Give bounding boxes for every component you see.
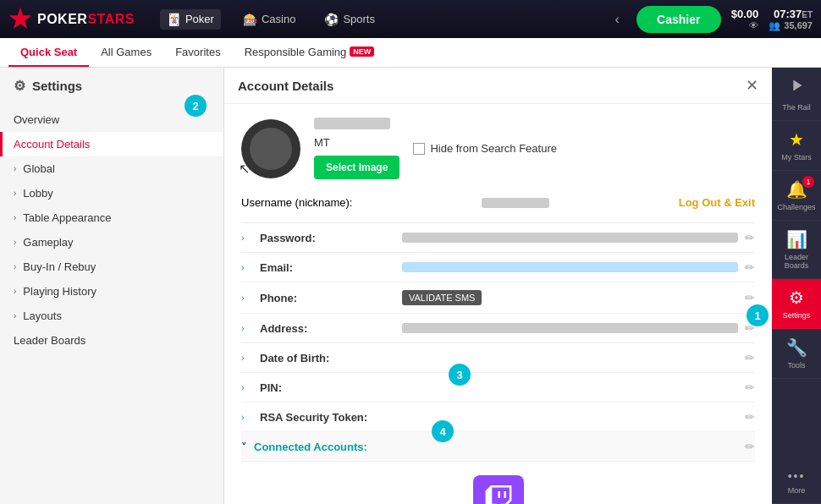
chevron-right-icon: › [14,287,16,296]
timezone: ET [802,10,813,19]
twitch-section: Twitch [241,462,755,504]
nav-quick-seat[interactable]: Quick Seat [8,38,89,67]
time-display: 07:37ET 👥 35,697 [769,8,813,31]
avatar-image [250,128,292,170]
settings-title: Settings [32,79,82,93]
dob-row: › Date of Birth: ✏ [241,343,755,373]
address-value [402,323,738,333]
tutorial-bubble-3[interactable]: 3 [449,364,471,386]
chevron-right-icon[interactable]: › [241,323,253,333]
email-label: Email: [260,261,395,274]
chevron-right-icon: › [14,213,16,222]
rsa-row: › RSA Security Token: ✏ [241,403,755,432]
logo-star-icon [8,8,32,31]
prev-button[interactable]: ‹ [608,8,625,30]
profile-right: MT Select Image [314,118,399,179]
account-body[interactable]: MT Select Image Hide from Search Feature… [224,104,772,504]
menu-leader-boards[interactable]: Leader Boards [0,328,223,353]
nav-poker[interactable]: 🃏 Poker [160,9,221,30]
nav-sports[interactable]: ⚽ Sports [317,9,382,30]
menu-buy-in-rebuy[interactable]: › Buy-In / Rebuy [0,255,223,279]
more-icon: ••• [788,469,806,483]
password-row: › Password: ✏ [241,223,755,253]
tutorial-bubble-4[interactable]: 4 [432,420,454,442]
menu-account-details[interactable]: Account Details [0,132,223,156]
nav-responsible-gaming[interactable]: Responsible Gaming NEW [233,38,387,67]
edit-phone-icon[interactable]: ✏ [745,291,755,304]
top-navigation: POKERSTARS 🃏 Poker 🎰 Casino ⚽ Sports ‹ C… [0,0,821,38]
username-row: Username (nickname): Log Out & Exit [241,193,755,212]
casino-icon: 🎰 [243,13,257,26]
chevron-right-icon: › [14,311,16,320]
eye-icon[interactable]: 👁 [749,20,758,30]
phone-label: Phone: [260,292,395,304]
password-value [402,233,738,243]
sidebar-item-my-stars[interactable]: ★ My Stars [772,121,821,171]
players-count: 👥 35,697 [769,20,813,31]
edit-pin-icon[interactable]: ✏ [745,381,755,394]
edit-email-icon[interactable]: ✏ [745,260,755,274]
chevron-right-icon: › [14,189,16,198]
sidebar-item-more[interactable]: ••• More [772,461,821,504]
tools-icon: 🔧 [786,337,807,358]
chevron-right-icon: › [14,164,16,173]
chevron-down-icon[interactable]: ˅ [241,441,247,453]
new-badge: NEW [350,47,374,57]
logout-link[interactable]: Log Out & Exit [679,196,755,209]
account-initials: MT [314,136,399,149]
settings-icon: ⚙ [789,288,804,308]
balance-area: $0.00 👁 [731,8,759,30]
account-panel: Account Details ✕ MT Select Image Hid [224,68,772,504]
nav-links: 🃏 Poker 🎰 Casino ⚽ Sports [160,9,382,30]
edit-dob-icon[interactable]: ✏ [745,351,755,364]
the-rail-icon [787,76,806,100]
sidebar-item-the-rail[interactable]: The Rail [772,68,821,121]
nav-casino[interactable]: 🎰 Casino [236,9,302,30]
edit-connected-icon[interactable]: ✏ [745,440,755,453]
right-sidebar: The Rail ★ My Stars 🔔 1 Challenges 📊 Lea… [772,68,821,504]
account-title: Account Details [238,79,333,93]
phone-row: › Phone: VALIDATE SMS ✏ [241,282,755,314]
chevron-right-icon[interactable]: › [241,382,253,392]
cashier-button[interactable]: Cashier [636,6,721,33]
menu-global[interactable]: › Global [0,156,223,181]
settings-gear-icon: ⚙ [14,78,25,94]
sidebar-item-tools[interactable]: 🔧 Tools [772,329,821,379]
chevron-right-icon[interactable]: › [241,353,253,363]
connected-accounts-label: Connected Accounts: [254,441,367,453]
menu-gameplay[interactable]: › Gameplay [0,230,223,255]
cursor-pointer-icon: ↖ [239,161,250,177]
sidebar-item-challenges[interactable]: 🔔 1 Challenges [772,171,821,221]
chevron-right-icon[interactable]: › [241,233,253,243]
menu-table-appearance[interactable]: › Table Appearance [0,205,223,230]
avatar [241,119,300,178]
my-stars-icon: ★ [789,129,804,150]
menu-lobby[interactable]: › Lobby [0,181,223,205]
pin-row: › PIN: ✏ [241,373,755,403]
menu-layouts[interactable]: › Layouts [0,304,223,328]
balance-amount: $0.00 [731,8,759,20]
validate-sms-button[interactable]: VALIDATE SMS [402,290,482,305]
chevron-right-icon[interactable]: › [241,412,253,422]
close-button[interactable]: ✕ [746,78,758,93]
chevron-right-icon[interactable]: › [241,262,253,272]
hide-search-checkbox[interactable] [413,143,425,155]
sidebar-item-leader-boards[interactable]: 📊 Leader Boards [772,221,821,279]
select-image-button[interactable]: Select Image [314,156,399,179]
edit-rsa-icon[interactable]: ✏ [745,410,755,424]
sidebar-item-settings[interactable]: ⚙ Settings [772,279,821,329]
logo[interactable]: POKERSTARS [8,8,135,31]
nav-all-games[interactable]: All Games [89,38,163,67]
nav-favorites[interactable]: Favorites [163,38,232,67]
settings-menu: Overview Account Details › Global › Lobb… [0,104,223,356]
tutorial-bubble-1[interactable]: 1 [747,304,769,326]
email-row: › Email: ✏ [241,253,755,282]
twitch-icon [473,475,524,504]
edit-password-icon[interactable]: ✏ [745,231,755,244]
pin-label: PIN: [260,381,395,394]
menu-playing-history[interactable]: › Playing History [0,279,223,304]
chevron-right-icon[interactable]: › [241,293,253,303]
tutorial-bubble-2[interactable]: 2 [185,95,207,117]
account-header: Account Details ✕ [224,68,772,104]
challenges-badge: 1 [802,176,814,188]
